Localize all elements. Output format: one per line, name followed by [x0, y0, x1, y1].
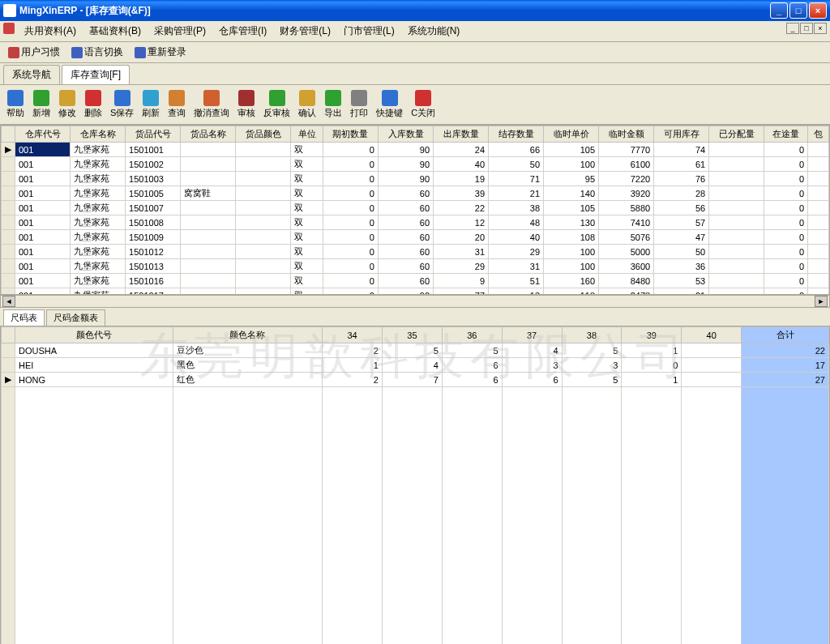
save-button[interactable]: S保存	[107, 88, 137, 121]
tb-icon	[135, 47, 146, 58]
menu-item[interactable]: 系统功能(N)	[404, 23, 464, 40]
scroll-left-icon[interactable]: ◄	[2, 296, 15, 307]
delete-icon	[85, 90, 101, 106]
table-row[interactable]: 001九堡家苑1501016双0609511608480530	[2, 274, 829, 288]
menubar: 共用资料(A)基础资料(B)采购管理(P)仓库管理(I)财务管理(L)门市管理(…	[0, 21, 830, 42]
table-row[interactable]: ▶001九堡家苑1501001双09024661057770740	[2, 143, 829, 157]
table-row[interactable]: 001九堡家苑1501003双0901971957220760	[2, 172, 829, 186]
table-row[interactable]: 001九堡家苑1501012双06031291005000500	[2, 245, 829, 259]
delete-button[interactable]: 删除	[81, 88, 105, 121]
titlebar-text: MingXinERP - [库存查询(&F)]	[19, 4, 770, 18]
refresh-button[interactable]: 刷新	[139, 88, 163, 121]
unaudit-button[interactable]: 反审核	[260, 88, 293, 121]
size-grid[interactable]: 颜色代号颜色名称34353637383940合计DOUSHA豆沙色2554512…	[1, 326, 829, 644]
table-row[interactable]: 001九堡家苑1501017双09077131182478210	[2, 288, 829, 296]
audit-icon	[238, 90, 255, 106]
menu-item[interactable]: 仓库管理(I)	[216, 23, 270, 40]
refresh-icon	[143, 90, 159, 106]
sub-tabbar: 尺码表尺码金额表	[0, 308, 830, 326]
tb-语言切换[interactable]: 语言切换	[66, 44, 128, 61]
mdi-restore-button[interactable]: □	[800, 23, 813, 34]
inventory-grid[interactable]: 仓库代号仓库名称货品代号货品名称货品颜色单位期初数量入库数量出库数量结存数量临时…	[0, 125, 830, 295]
tb-icon	[71, 47, 83, 58]
toolbar-main: 帮助新增修改删除S保存刷新查询撤消查询审核反审核确认导出打印快捷键C关闭	[0, 85, 830, 125]
mdi-close-button[interactable]: ×	[814, 23, 827, 34]
tabbar: 系统导航库存查询[F]	[0, 63, 830, 85]
edit-icon	[59, 90, 75, 106]
subtab-尺码表[interactable]: 尺码表	[3, 309, 45, 326]
maximize-button[interactable]: □	[789, 2, 807, 19]
table-row[interactable]: 001九堡家苑1501005窝窝鞋双06039211403920280	[2, 186, 829, 201]
add-button[interactable]: 新增	[29, 88, 53, 121]
print-button[interactable]: 打印	[347, 88, 371, 121]
menu-item[interactable]: 基础资料(B)	[86, 23, 144, 40]
menu-item[interactable]: 共用资料(A)	[21, 23, 79, 40]
scroll-right-icon[interactable]: ►	[815, 296, 828, 307]
minimize-button[interactable]: _	[770, 2, 788, 19]
confirm-button[interactable]: 确认	[295, 88, 319, 121]
edit-button[interactable]: 修改	[55, 88, 79, 121]
save-icon	[114, 90, 130, 106]
help-button[interactable]: 帮助	[3, 88, 28, 121]
close-button[interactable]: C关闭	[408, 88, 439, 121]
export-button[interactable]: 导出	[321, 88, 345, 121]
menu-item[interactable]: 门市管理(L)	[340, 23, 398, 40]
tb-用户习惯[interactable]: 用户习惯	[3, 44, 65, 61]
size-grid-wrap: 颜色代号颜色名称34353637383940合计DOUSHA豆沙色2554512…	[0, 326, 830, 644]
audit-button[interactable]: 审核	[234, 88, 259, 121]
table-row[interactable]: HEI黑色14633017	[2, 358, 829, 373]
add-icon	[33, 90, 49, 106]
query-button[interactable]: 查询	[165, 88, 189, 121]
help-icon	[7, 90, 24, 106]
menu-icon	[3, 23, 15, 34]
h-scrollbar[interactable]: ◄ ►	[0, 295, 830, 308]
confirm-icon	[299, 90, 315, 106]
shortcut-button[interactable]: 快捷键	[373, 88, 406, 121]
export-icon	[325, 90, 341, 106]
app-icon	[3, 4, 16, 17]
unaudit-icon	[269, 90, 285, 106]
table-row[interactable]: 001九堡家苑1501013双06029311003600360	[2, 259, 829, 274]
subtab-尺码金额表[interactable]: 尺码金额表	[46, 309, 105, 326]
close-window-button[interactable]: ×	[809, 2, 827, 19]
mdi-min-button[interactable]: _	[786, 23, 799, 34]
titlebar: MingXinERP - [库存查询(&F)] _ □ ×	[0, 0, 830, 21]
tb-icon	[8, 47, 19, 58]
table-row[interactable]: 001九堡家苑1501002双09040501006100610	[2, 157, 829, 172]
table-row[interactable]: 001九堡家苑1501009双06020401085076470	[2, 230, 829, 245]
table-row[interactable]: 001九堡家苑1501008双06012481307410570	[2, 215, 829, 230]
menu-item[interactable]: 财务管理(L)	[276, 23, 334, 40]
undo-query-button[interactable]: 撤消查询	[190, 88, 233, 121]
close-icon	[415, 90, 431, 106]
table-row[interactable]: 001九堡家苑1501007双06022381055880560	[2, 201, 829, 215]
shortcut-icon	[382, 90, 398, 106]
print-icon	[351, 90, 367, 106]
query-icon	[169, 90, 185, 106]
toolbar-top: 用户习惯语言切换重新登录	[0, 42, 830, 63]
undo-query-icon	[203, 90, 220, 106]
tb-重新登录[interactable]: 重新登录	[130, 44, 191, 61]
tab-库存查询[F][interactable]: 库存查询[F]	[62, 65, 130, 84]
tab-系统导航[interactable]: 系统导航	[3, 65, 60, 84]
table-row[interactable]: DOUSHA豆沙色25545122	[2, 343, 829, 358]
menu-item[interactable]: 采购管理(P)	[151, 23, 209, 40]
table-row[interactable]: ▶HONG红色27665127	[2, 373, 829, 387]
